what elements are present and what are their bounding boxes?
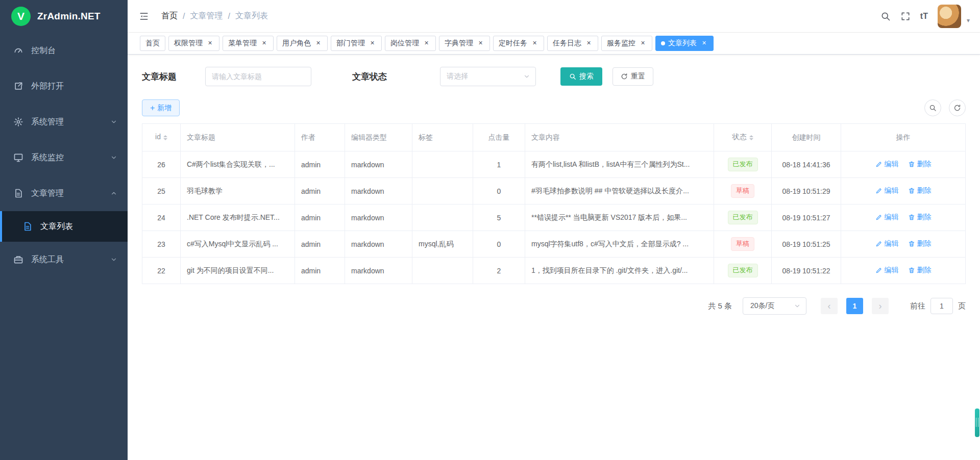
sidebar-item-external-open[interactable]: 外部打开 [0,68,128,104]
chevron-down-icon [523,73,530,80]
collapse-sidebar-icon[interactable] [128,11,159,21]
page-size-select[interactable]: 20条/页 [743,297,806,315]
status-badge: 草稿 [731,237,754,250]
table-column-header[interactable]: 点击量 [473,124,525,151]
tab[interactable]: 岗位管理 × [385,36,436,51]
tab[interactable]: 字典管理 × [439,36,490,51]
cell-created-time: 08-18 14:41:36 [772,151,841,178]
delete-link[interactable]: 删除 [908,186,932,195]
pencil-icon [875,214,883,221]
table-row: 22 git 为不同的项目设置不同... admin markdown 2 1，… [142,258,966,284]
table-column-header[interactable]: 创建时间 [772,124,841,151]
delete-link-label: 删除 [917,266,932,275]
refresh-table-button[interactable] [949,99,966,116]
delete-link-label: 删除 [917,213,932,222]
sidebar-item-dashboard[interactable]: 控制台 [0,33,128,68]
tab[interactable]: 菜单管理 × [223,36,274,51]
goto-page-input[interactable] [930,298,953,314]
sidebar-item-label: 系统工具 [31,254,110,265]
page-content: 文章标题 文章状态 请选择 搜索 重置 + [128,55,980,460]
sort-carets-icon[interactable] [163,133,167,142]
breadcrumb-section[interactable]: 文章管理 [190,11,223,21]
table-row: 25 羽毛球教学 admin markdown 0 #羽毛球拍参数说明 ## 中… [142,178,966,205]
breadcrumb-separator: / [228,12,230,21]
goto-prefix-label: 前往 [910,301,925,311]
table-row: 26 C#两个list集合实现关联，... admin markdown 1 有… [142,151,966,178]
status-badge: 已发布 [728,211,758,224]
prev-page-button[interactable]: ‹ [821,298,838,314]
edit-link[interactable]: 编辑 [875,160,899,169]
column-label: 文章标题 [187,133,215,141]
close-icon[interactable]: × [585,40,593,47]
page-number-button[interactable]: 1 [846,298,863,314]
close-icon[interactable]: × [423,40,430,47]
cell-editor-type: markdown [345,178,412,205]
app-logo[interactable]: V ZrAdmin.NET [0,0,128,33]
close-icon[interactable]: × [700,40,708,47]
sidebar-item-system-management[interactable]: 系统管理 [0,104,128,140]
breadcrumb-home[interactable]: 首页 [161,11,178,21]
article-status-select[interactable]: 请选择 [440,67,536,86]
tab[interactable]: 任务日志 × [547,36,598,51]
edit-link[interactable]: 编辑 [875,213,899,222]
add-button[interactable]: + 新增 [142,99,180,116]
edit-link[interactable]: 编辑 [875,186,899,195]
sort-carets-icon[interactable] [749,133,753,142]
table-column-header[interactable]: 标签 [412,124,473,151]
scrollbar-thumb[interactable] [975,408,979,437]
table-column-header[interactable]: 编辑器类型 [345,124,412,151]
table-column-header[interactable]: 文章标题 [181,124,295,151]
next-page-button[interactable]: › [872,298,889,314]
tab[interactable]: 文章列表 × [655,36,714,51]
avatar[interactable] [938,5,961,28]
search-button[interactable]: 搜索 [560,67,602,86]
article-title-label: 文章标题 [142,71,177,83]
edit-link[interactable]: 编辑 [875,266,899,275]
close-icon[interactable]: × [314,40,322,47]
tab-label: 首页 [145,39,160,48]
table-row: 24 .NET Core 发布时提示.NET... admin markdown… [142,205,966,231]
cell-editor-type: markdown [345,205,412,231]
delete-link[interactable]: 删除 [908,239,932,248]
fullscreen-icon[interactable] [900,11,911,21]
table-column-header[interactable]: 操作 [841,124,966,151]
cell-clicks: 5 [473,205,525,231]
edit-link-label: 编辑 [885,213,899,222]
article-title-input[interactable] [205,67,311,86]
caret-down-icon[interactable]: ▾ [967,17,970,24]
reset-button-label: 重置 [631,72,645,81]
cell-author: admin [295,231,345,258]
close-icon[interactable]: × [639,40,647,47]
table-column-header[interactable]: id [142,124,181,151]
font-size-icon[interactable]: tT [920,12,928,21]
sidebar-item-article-list[interactable]: 文章列表 [0,211,128,242]
edit-link[interactable]: 编辑 [875,239,899,248]
tab[interactable]: 部门管理 × [331,36,382,51]
close-icon[interactable]: × [260,40,268,47]
close-icon[interactable]: × [477,40,484,47]
tab[interactable]: 服务监控 × [601,36,652,51]
tab[interactable]: 定时任务 × [493,36,544,51]
chevron-down-icon [110,118,117,125]
toggle-search-button[interactable] [924,99,941,116]
delete-link[interactable]: 删除 [908,266,932,275]
search-icon[interactable] [880,11,891,21]
close-icon[interactable]: × [531,40,538,47]
gear-icon [13,117,23,127]
tab[interactable]: 权限管理 × [168,36,219,51]
table-column-header[interactable]: 状态 [714,124,772,151]
sidebar-item-article-management[interactable]: 文章管理 [0,175,128,211]
sidebar-item-system-tools[interactable]: 系统工具 [0,242,128,277]
close-icon[interactable]: × [369,40,376,47]
table-column-header[interactable]: 文章内容 [525,124,714,151]
delete-link[interactable]: 删除 [908,213,932,222]
reset-button[interactable]: 重置 [612,67,653,86]
delete-link[interactable]: 删除 [908,160,932,169]
cell-author: admin [295,205,345,231]
tab[interactable]: 首页 × [140,36,165,51]
close-icon[interactable]: × [206,40,214,47]
tab[interactable]: 用户角色 × [277,36,328,51]
table-column-header[interactable]: 作者 [295,124,345,151]
sidebar-item-system-monitor[interactable]: 系统监控 [0,140,128,175]
breadcrumb-page[interactable]: 文章列表 [235,11,268,21]
